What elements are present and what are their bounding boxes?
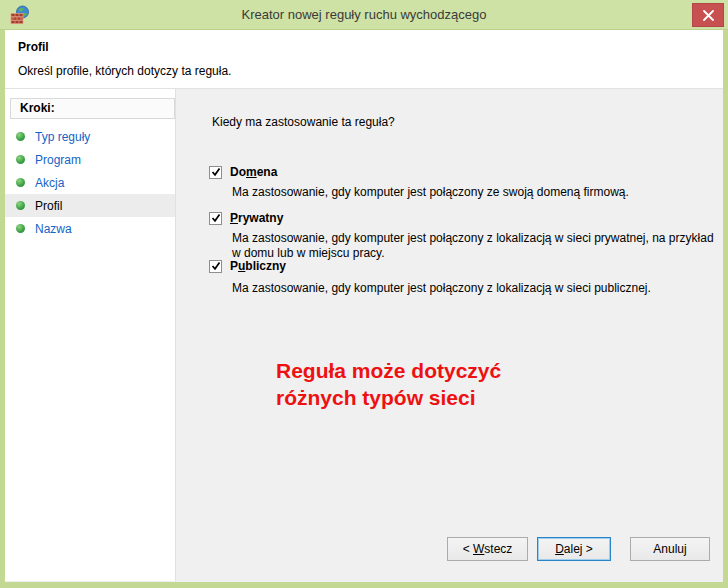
back-button[interactable]: < Wstecz xyxy=(447,537,528,561)
main-panel: Kiedy ma zastosowanie ta reguła? Domena … xyxy=(176,89,723,581)
public-checkbox-row: Publiczny xyxy=(209,259,286,273)
annotation-text: Reguła może dotyczyć różnych typów sieci xyxy=(276,357,501,411)
steps-sidebar: Kroki: Typ reguły Program Akcja xyxy=(5,89,176,581)
public-checkbox[interactable] xyxy=(209,260,222,273)
step-label: Akcja xyxy=(35,176,64,190)
step-bullet-icon xyxy=(16,201,25,210)
sidebar-item-name[interactable]: Nazwa xyxy=(5,217,175,240)
step-bullet-icon xyxy=(16,155,25,164)
wizard-buttons: < Wstecz Dalej > Anuluj xyxy=(447,537,710,561)
profile-question: Kiedy ma zastosowanie ta reguła? xyxy=(212,115,395,129)
step-bullet-icon xyxy=(16,224,25,233)
steps-list: Typ reguły Program Akcja Profil xyxy=(5,125,175,240)
step-bullet-icon xyxy=(16,178,25,187)
checkmark-icon xyxy=(211,213,221,223)
page-title: Profil xyxy=(18,40,723,54)
cancel-button[interactable]: Anuluj xyxy=(630,537,710,561)
wizard-window: Kreator nowej reguły ruchu wychodzącego … xyxy=(0,0,728,588)
domain-description: Ma zastosowanie, gdy komputer jest połąc… xyxy=(232,185,717,200)
step-label: Typ reguły xyxy=(35,130,90,144)
public-description: Ma zastosowanie, gdy komputer jest połąc… xyxy=(232,281,717,296)
private-description: Ma zastosowanie, gdy komputer jest połąc… xyxy=(232,231,717,261)
close-button[interactable] xyxy=(692,3,724,27)
step-label: Nazwa xyxy=(35,222,72,236)
page-subtitle: Określ profile, których dotyczy ta reguł… xyxy=(18,64,723,78)
next-button[interactable]: Dalej > xyxy=(537,537,611,561)
private-checkbox[interactable] xyxy=(209,212,222,225)
annotation-line1: Reguła może dotyczyć xyxy=(276,357,501,384)
dialog-body: Profil Określ profile, których dotyczy t… xyxy=(5,30,723,582)
window-title: Kreator nowej reguły ruchu wychodzącego xyxy=(0,7,728,22)
sidebar-item-action[interactable]: Akcja xyxy=(5,171,175,194)
step-label: Program xyxy=(35,153,81,167)
sidebar-item-program[interactable]: Program xyxy=(5,148,175,171)
private-label[interactable]: Prywatny xyxy=(230,211,283,225)
checkmark-icon xyxy=(211,261,221,271)
checkmark-icon xyxy=(211,167,221,177)
domain-checkbox[interactable] xyxy=(209,166,222,179)
page-header: Profil Określ profile, których dotyczy t… xyxy=(5,30,723,89)
step-label: Profil xyxy=(35,199,62,213)
public-label[interactable]: Publiczny xyxy=(230,259,286,273)
sidebar-item-profile[interactable]: Profil xyxy=(5,194,175,217)
domain-checkbox-row: Domena xyxy=(209,165,277,179)
step-bullet-icon xyxy=(16,132,25,141)
close-icon xyxy=(703,10,714,21)
sidebar-item-rule-type[interactable]: Typ reguły xyxy=(5,125,175,148)
annotation-line2: różnych typów sieci xyxy=(276,384,501,411)
private-checkbox-row: Prywatny xyxy=(209,211,283,225)
titlebar: Kreator nowej reguły ruchu wychodzącego xyxy=(0,0,728,30)
steps-heading: Kroki: xyxy=(10,98,175,119)
domain-label[interactable]: Domena xyxy=(230,165,277,179)
